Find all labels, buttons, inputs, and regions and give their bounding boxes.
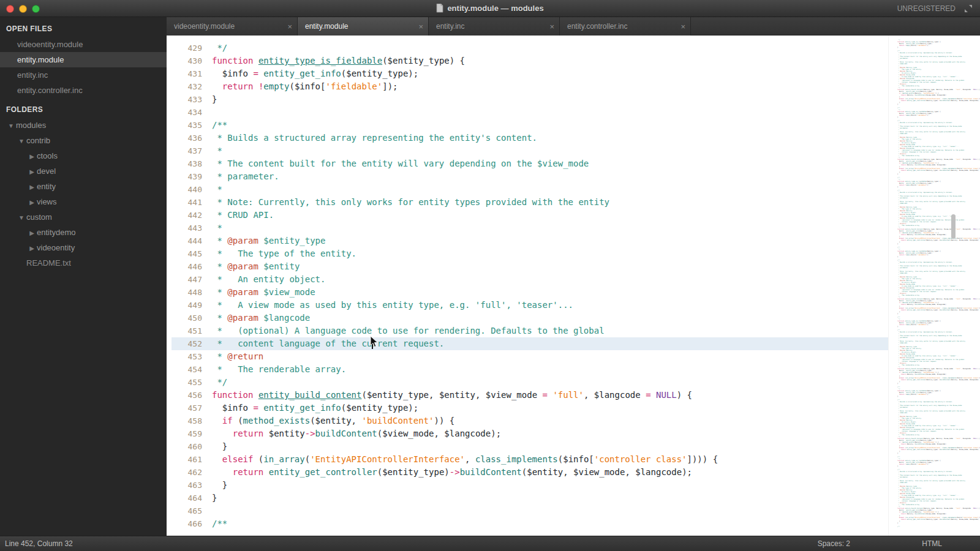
tab-entity.module[interactable]: entity.module×: [298, 17, 429, 36]
code-text: * The renderable array.: [212, 363, 346, 376]
code-line-446[interactable]: 446 * @param $entity: [172, 260, 888, 273]
tree-item-custom[interactable]: ▼custom: [0, 209, 167, 225]
code-lines[interactable]: 429 */430function entity_type_is_fieldab…: [167, 36, 888, 536]
code-line-435[interactable]: 435/**: [172, 119, 888, 132]
line-number: 455: [172, 376, 202, 389]
tab-close-icon[interactable]: ×: [418, 22, 423, 31]
code-line-453[interactable]: 453 * @return: [172, 350, 888, 363]
code-line-444[interactable]: 444 * @param $entity_type: [172, 234, 888, 247]
code-line-431[interactable]: 431 $info = entity_get_info($entity_type…: [172, 67, 888, 80]
line-number: 445: [172, 247, 202, 260]
code-line-450[interactable]: 450 * @param $langcode: [172, 312, 888, 324]
code-line-458[interactable]: 458 if (method_exists($entity, 'buildCon…: [172, 414, 888, 427]
triangle-down-icon[interactable]: ▼: [17, 133, 26, 149]
code-line-443[interactable]: 443 *: [172, 222, 888, 234]
code-line-436[interactable]: 436 * Builds a structured array represen…: [172, 132, 888, 144]
code-line-464[interactable]: 464}: [172, 492, 888, 504]
triangle-right-icon[interactable]: ▶: [27, 179, 37, 195]
tree-item-label: ctools: [37, 151, 58, 160]
code-line-430[interactable]: 430function entity_type_is_fieldable($en…: [172, 54, 888, 67]
code-line-463[interactable]: 463 }: [172, 479, 888, 492]
code-line-449[interactable]: 449 * A view mode as used by this entity…: [172, 299, 888, 312]
code-line-462[interactable]: 462 return entity_get_controller($entity…: [172, 466, 888, 479]
code-line-442[interactable]: 442 * CRUD API.: [172, 209, 888, 222]
triangle-right-icon[interactable]: ▶: [27, 195, 37, 210]
triangle-right-icon[interactable]: ▶: [27, 225, 37, 241]
open-files-list: videoentity.moduleentity.moduleentity.in…: [0, 37, 167, 98]
code-line-456[interactable]: 456function entity_build_content($entity…: [172, 389, 888, 402]
triangle-right-icon[interactable]: ▶: [27, 149, 37, 164]
code-line-440[interactable]: 440 *: [172, 183, 888, 196]
triangle-down-icon[interactable]: ▼: [6, 118, 16, 133]
code-line-455[interactable]: 455 */: [172, 376, 888, 389]
window-title: entity.module — modules: [447, 4, 543, 13]
zoom-window-button[interactable]: [32, 5, 40, 13]
triangle-right-icon[interactable]: ▶: [27, 241, 37, 256]
tree-item-views[interactable]: ▶views: [0, 194, 167, 209]
code-line-432[interactable]: 432 return !empty($info['fieldable']);: [172, 80, 888, 93]
code-line-451[interactable]: 451 * (optional) A language code to use …: [172, 324, 888, 337]
code-line-465[interactable]: 465: [172, 504, 888, 517]
code-line-439[interactable]: 439 * parameter.: [172, 170, 888, 183]
scrollbar-handle[interactable]: [951, 214, 956, 239]
open-file-videoentity.module[interactable]: videoentity.module: [0, 37, 167, 52]
tree-item-ctools[interactable]: ▶ctools: [0, 148, 167, 163]
code-line-457[interactable]: 457 $info = entity_get_info($entity_type…: [172, 402, 888, 414]
code-text: *: [212, 144, 222, 157]
tab-entity.inc[interactable]: entity.inc×: [429, 17, 560, 36]
code-line-459[interactable]: 459 return $entity->buildContent($view_m…: [172, 427, 888, 440]
code-line-441[interactable]: 441 * Note: Currently, this only works f…: [172, 196, 888, 209]
code-line-448[interactable]: 448 * @param $view_mode: [172, 286, 888, 299]
triangle-right-icon[interactable]: ▶: [27, 164, 37, 179]
open-file-entity.controller.inc[interactable]: entity.controller.inc: [0, 83, 167, 98]
line-number: 437: [172, 144, 202, 157]
code-text: return entity_get_controller($entity_typ…: [212, 466, 692, 479]
minimap[interactable]: */function entity_type_is_fieldable($ent…: [888, 36, 980, 536]
code-line-438[interactable]: 438 * The content built for the entity w…: [172, 157, 888, 170]
tab-label: entity.module: [305, 22, 415, 31]
tree-item-entity[interactable]: ▶entity: [0, 179, 167, 194]
code-line-445[interactable]: 445 * The type of the entity.: [172, 247, 888, 260]
code-line-454[interactable]: 454 * The renderable array.: [172, 363, 888, 376]
code-line-460[interactable]: 460 }: [172, 440, 888, 453]
window-title-area: entity.module — modules: [436, 4, 543, 13]
minimap-content: */function entity_type_is_fieldable($ent…: [889, 36, 980, 528]
code-line-452[interactable]: 452 * content language of the current re…: [172, 337, 888, 350]
code-line-429[interactable]: 429 */: [172, 42, 888, 54]
line-number: 461: [172, 453, 202, 466]
tree-item-contrib[interactable]: ▼contrib: [0, 133, 167, 148]
code-line-433[interactable]: 433}: [172, 93, 888, 106]
line-number: 442: [172, 209, 202, 222]
tree-item-devel[interactable]: ▶devel: [0, 163, 167, 179]
triangle-down-icon[interactable]: ▼: [17, 210, 26, 225]
folder-tree: ▼modules▼contrib▶ctools▶devel▶entity▶vie…: [0, 118, 167, 271]
registration-status: UNREGISTERED: [897, 0, 956, 17]
code-line-466[interactable]: 466/**: [172, 517, 888, 530]
line-number: 457: [172, 402, 202, 414]
tree-item-videoentity[interactable]: ▶videoentity: [0, 240, 167, 255]
open-file-entity.inc[interactable]: entity.inc: [0, 67, 167, 83]
fullscreen-icon[interactable]: [964, 4, 973, 13]
minimize-window-button[interactable]: [19, 5, 27, 13]
status-syntax-mode[interactable]: HTML: [922, 536, 942, 551]
tab-videoentity.module[interactable]: videoentity.module×: [167, 17, 298, 36]
code-text: * @param $entity_type: [212, 234, 325, 247]
close-window-button[interactable]: [6, 5, 14, 13]
line-number: 463: [172, 479, 202, 492]
tab-entity.controller.inc[interactable]: entity.controller.inc×: [560, 17, 691, 36]
code-line-461[interactable]: 461 elseif (in_array('EntityAPIControlle…: [172, 453, 888, 466]
tree-item-modules[interactable]: ▼modules: [0, 118, 167, 133]
open-file-entity.module[interactable]: entity.module: [0, 52, 167, 67]
tab-close-icon[interactable]: ×: [680, 22, 685, 31]
status-cursor-position: Line 452, Column 32: [5, 536, 73, 551]
code-line-447[interactable]: 447 * An entity object.: [172, 273, 888, 286]
line-number: 443: [172, 222, 202, 234]
tree-item-entitydemo[interactable]: ▶entitydemo: [0, 225, 167, 240]
status-indent-setting[interactable]: Spaces: 2: [818, 536, 850, 551]
code-line-437[interactable]: 437 *: [172, 144, 888, 157]
tab-close-icon[interactable]: ×: [549, 22, 554, 31]
tab-close-icon[interactable]: ×: [287, 22, 292, 31]
code-line-434[interactable]: 434: [172, 106, 888, 119]
tree-item-README.txt[interactable]: README.txt: [0, 255, 167, 271]
code-text: * The type of the entity.: [212, 247, 356, 260]
